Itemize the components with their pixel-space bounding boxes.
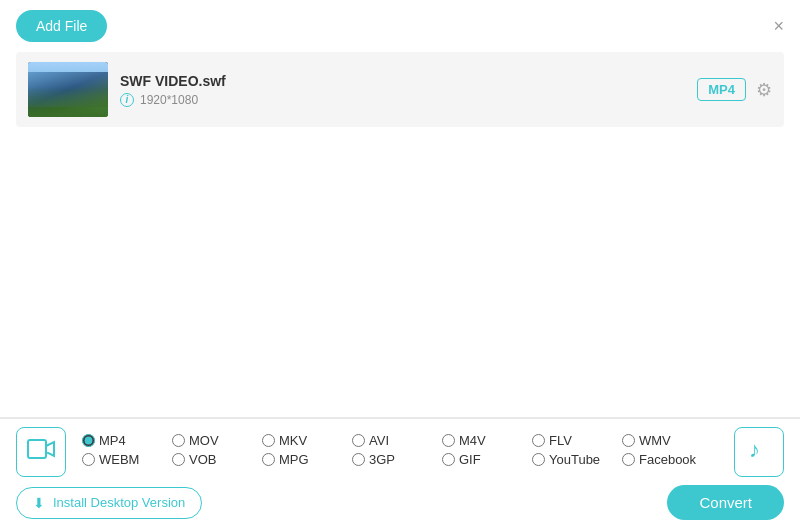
content-area xyxy=(0,127,800,397)
bottom-bar: MP4 MOV MKV AVI M4V FLV WM xyxy=(0,417,800,530)
file-actions: MP4 ⚙ xyxy=(697,78,772,101)
install-label: Install Desktop Version xyxy=(53,495,185,510)
file-resolution: 1920*1080 xyxy=(140,93,198,107)
top-bar: Add File × xyxy=(0,0,800,52)
format-m4v[interactable]: M4V xyxy=(442,433,532,448)
format-3gp[interactable]: 3GP xyxy=(352,452,442,467)
format-row: MP4 MOV MKV AVI M4V FLV WM xyxy=(0,419,800,477)
settings-icon[interactable]: ⚙ xyxy=(756,79,772,101)
format-webm[interactable]: WEBM xyxy=(82,452,172,467)
format-line-2: WEBM VOB MPG 3GP GIF YouTube xyxy=(82,452,726,467)
format-mp4[interactable]: MP4 xyxy=(82,433,172,448)
format-youtube[interactable]: YouTube xyxy=(532,452,622,467)
format-mkv[interactable]: MKV xyxy=(262,433,352,448)
music-icon: ♪ xyxy=(746,436,772,468)
format-gif[interactable]: GIF xyxy=(442,452,532,467)
install-desktop-button[interactable]: ⬇ Install Desktop Version xyxy=(16,487,202,519)
file-list: SWF VIDEO.swf i 1920*1080 MP4 ⚙ xyxy=(0,52,800,127)
svg-rect-0 xyxy=(28,440,46,458)
file-item: SWF VIDEO.swf i 1920*1080 MP4 ⚙ xyxy=(16,52,784,127)
convert-button[interactable]: Convert xyxy=(667,485,784,520)
format-facebook[interactable]: Facebook xyxy=(622,452,712,467)
info-icon[interactable]: i xyxy=(120,93,134,107)
format-flv[interactable]: FLV xyxy=(532,433,622,448)
file-name: SWF VIDEO.swf xyxy=(120,73,685,89)
close-button[interactable]: × xyxy=(773,17,784,35)
audio-format-icon-box[interactable]: ♪ xyxy=(734,427,784,477)
svg-marker-1 xyxy=(46,442,54,456)
file-thumbnail xyxy=(28,62,108,117)
file-info: SWF VIDEO.swf i 1920*1080 xyxy=(120,73,685,107)
format-line-1: MP4 MOV MKV AVI M4V FLV WM xyxy=(82,433,726,448)
video-format-icon-box[interactable] xyxy=(16,427,66,477)
bottom-actions: ⬇ Install Desktop Version Convert xyxy=(0,477,800,530)
svg-text:♪: ♪ xyxy=(749,437,760,462)
format-wmv[interactable]: WMV xyxy=(622,433,712,448)
format-mpg[interactable]: MPG xyxy=(262,452,352,467)
format-vob[interactable]: VOB xyxy=(172,452,262,467)
add-file-button[interactable]: Add File xyxy=(16,10,107,42)
video-icon xyxy=(27,437,55,467)
download-icon: ⬇ xyxy=(33,495,45,511)
format-avi[interactable]: AVI xyxy=(352,433,442,448)
format-mov[interactable]: MOV xyxy=(172,433,262,448)
format-badge[interactable]: MP4 xyxy=(697,78,746,101)
format-options: MP4 MOV MKV AVI M4V FLV WM xyxy=(82,433,726,471)
file-meta: i 1920*1080 xyxy=(120,93,685,107)
